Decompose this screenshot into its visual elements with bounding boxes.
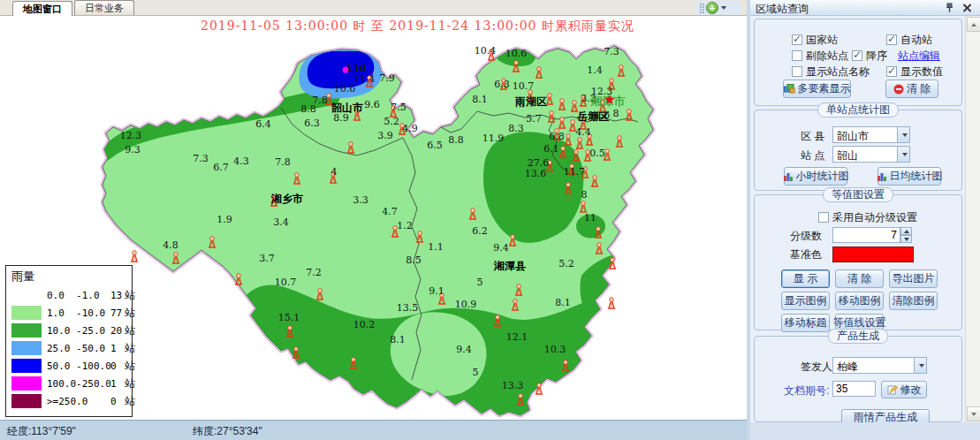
station-value: 10.6 [505,48,528,59]
spinner-up-icon[interactable] [900,227,912,235]
toolbar-grip[interactable] [699,3,704,13]
station-value: 4.9 [402,123,418,134]
station-value: 5 [473,367,479,378]
station-value: 15.1 [278,312,300,323]
station-value: 11.9 [482,133,505,144]
tab-map-window[interactable]: 地图窗口 [12,1,72,16]
station-value: 3.4 [273,216,289,228]
station-edit-link[interactable]: 站点编辑 [898,49,940,64]
national-station-checkbox[interactable] [792,34,802,45]
levels-input[interactable] [832,227,900,243]
legend-range: 0.0 -1.0 [47,290,110,301]
latitude-readout: 纬度:27°53'34" [193,424,262,439]
station-value: 4 [331,166,338,178]
auto-station-checkbox[interactable] [886,34,897,45]
county-dropdown-icon[interactable] [897,127,909,142]
isoline-button-3[interactable]: 导出图片 [889,269,938,288]
map-canvas[interactable]: 2019-11-05 13:00:00 时 至 2019-11-24 13:00… [0,16,747,420]
station-value: 10.3 [544,344,566,355]
station-value: 5.2 [384,116,399,127]
district-label: 湘潭县 [493,260,526,272]
spinner-down-icon[interactable] [900,235,912,243]
add-layer-button[interactable]: + [706,2,718,14]
legend-swatch [11,394,42,408]
isoline-button-5[interactable]: 移动图例 [835,292,884,310]
station-tower-icon[interactable] [131,251,138,262]
modify-label: 修改 [900,383,922,398]
station-value: 10.7 [275,277,297,288]
doc-number-input[interactable] [832,381,876,397]
descending-checkbox[interactable] [852,50,862,61]
isoline-button-6[interactable]: 清除图例 [889,292,938,310]
levels-spinner[interactable] [900,227,912,243]
toolbar-dropdown-icon[interactable] [721,6,726,10]
map-toolbar: + [696,1,741,15]
station-value: 6.2 [472,225,488,237]
station-value: 12.3 [120,130,142,141]
rainfall-legend[interactable]: 雨量 0.0 -1.013站1.0 -10.077站10.0 -25.020站2… [5,265,133,417]
station-value: 10.6 [334,83,356,95]
station-query-group: 国家站 自动站 剔除站点 降序 站点编辑 显示站点名称 [754,19,962,106]
clear-minus-icon [893,84,904,95]
legend-count: 0 [110,396,125,407]
station-value: 3.7 [259,253,275,264]
station-value: 4.4 [575,126,591,138]
daily-chart-button[interactable]: 日均统计图 [877,167,941,186]
legend-row: 50.0 -100.00站 [11,357,132,375]
isoline-button-1[interactable]: 显 示 [781,269,830,288]
clear-stations-button[interactable]: 清 除 [885,80,938,98]
panel-scrollbar[interactable] [965,16,980,422]
show-values-checkbox[interactable] [886,66,897,77]
legend-row: 25.0 -50.01站 [11,339,132,357]
station-value: 9.1 [429,285,444,297]
scroll-up-icon[interactable] [967,17,980,32]
national-station-label: 国家站 [806,33,838,48]
legend-unit: 站 [125,394,135,409]
station-value: 1.9 [217,214,232,225]
panel-bottom-strip [750,422,980,440]
station-value: 8.8 [300,103,316,115]
multi-element-button[interactable]: 多要素显示 [783,80,851,98]
issuer-value: 柏峰 [833,358,914,373]
isoline-button-7[interactable]: 移动标题 [781,314,830,332]
isoline-button-2[interactable]: 清 除 [835,269,884,288]
auto-grading-checkbox[interactable] [818,212,829,223]
modify-button[interactable]: 修改 [881,381,927,398]
isoline-buttons: 显 示清 除导出图片显示图例移动图例清除图例移动标题等值线设置 [781,269,958,336]
station-value: 8.1 [472,94,488,105]
product-group-title: 产品生成 [828,329,888,344]
station-value: 9.6 [364,99,380,110]
station-tower-icon[interactable] [608,298,615,308]
legend-count: 0 [110,360,125,372]
legend-unit: 站 [125,341,135,356]
isoline-button-4[interactable]: 显示图例 [781,292,830,310]
legend-swatch [11,288,42,302]
legend-unit: 站 [125,376,135,391]
clear-stations-label: 清 除 [907,81,931,96]
legend-row: >=250.00站 [11,392,132,410]
city-star-icon: ★ [604,92,616,107]
station-combobox[interactable]: 韶山 [832,146,910,163]
app-window: 地图窗口 日常业务 + 2019-11-05 13:00:00 时 至 2019… [0,0,980,440]
station-dropdown-icon[interactable] [897,147,909,162]
station-value: 4.7 [382,206,398,217]
scroll-down-icon[interactable] [967,406,980,421]
show-names-checkbox[interactable] [792,66,802,77]
tab-daily-business[interactable]: 日常业务 [74,0,134,15]
close-icon[interactable] [961,3,973,13]
base-color-swatch[interactable] [832,247,914,262]
pin-icon[interactable] [944,3,955,13]
legend-count: 77 [110,307,125,319]
station-value: 6.8 [549,131,565,142]
legend-unit: 站 [125,323,135,338]
station-value: 5.7 [526,113,542,125]
district-label: 雨湖区 [514,95,547,108]
station-value: 3.3 [353,194,368,206]
county-combobox[interactable]: 韶山市 [832,126,910,143]
issuer-combobox[interactable]: 柏峰 [832,357,927,374]
exclude-station-checkbox[interactable] [792,50,802,61]
hourly-chart-button[interactable]: 小时统计图 [784,167,847,186]
station-value: 8 [581,189,588,201]
issuer-dropdown-icon[interactable] [914,358,926,373]
legend-count: 1 [110,378,125,390]
